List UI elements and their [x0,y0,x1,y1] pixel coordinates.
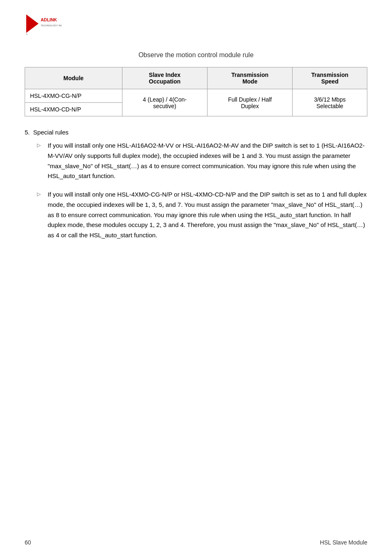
list-item: ▷ If you will install only one HSL-AI16A… [37,141,367,181]
numbered-item-label: 5. Special rules [25,129,367,136]
bullet-triangle-icon: ▷ [37,141,44,149]
svg-text:®: ® [26,33,28,35]
table-row: HSL-4XMO-CG-N/P 4 (Leap) / 4(Con-secutiv… [25,89,367,103]
footer-title: HSL Slave Module [320,539,367,546]
col-header-module: Module [25,67,122,89]
col-header-slave-index: Slave IndexOccupation [122,67,207,89]
cell-module-1: HSL-4XMO-CG-N/P [25,89,122,103]
bullet-triangle-icon: ▷ [37,190,44,198]
col-header-trans-speed: TransmissionSpeed [293,67,367,89]
cell-trans-mode: Full Duplex / HalfDuplex [208,89,293,116]
footer-page-number: 60 [25,539,31,546]
svg-marker-0 [26,14,39,33]
bullet-text-1: If you will install only one HSL-AI16AO2… [48,141,367,181]
cell-slave-index: 4 (Leap) / 4(Con-secutive) [122,89,207,116]
svg-text:TECHNOLOGY INC.: TECHNOLOGY INC. [41,24,62,27]
section-heading: Observe the motion control module rule [25,51,367,59]
numbered-section: 5. Special rules ▷ If you will install o… [25,129,367,241]
page-footer: 60 HSL Slave Module [0,539,392,546]
svg-text:ADLINK: ADLINK [41,17,57,22]
adlink-logo: ADLINK TECHNOLOGY INC. ® [25,12,62,35]
col-header-trans-mode: TransmissionMode [208,67,293,89]
data-table: Module Slave IndexOccupation Transmissio… [25,67,367,116]
logo-area: ADLINK TECHNOLOGY INC. ® [25,12,367,35]
bullet-list: ▷ If you will install only one HSL-AI16A… [25,141,367,241]
cell-module-2: HSL-4XMO-CD-N/P [25,103,122,116]
list-item: ▷ If you will install only one HSL-4XMO-… [37,190,367,241]
bullet-text-2: If you will install only one HSL-4XMO-CG… [48,190,367,241]
cell-trans-speed: 3/6/12 MbpsSelectable [293,89,367,116]
page-container: ADLINK TECHNOLOGY INC. ® Observe the mot… [0,0,392,556]
